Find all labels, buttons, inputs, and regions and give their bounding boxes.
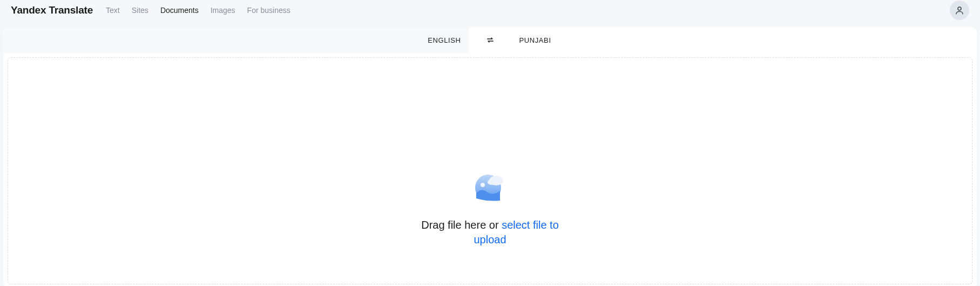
nav-for-business[interactable]: For business bbox=[247, 6, 290, 15]
source-language-area: ENGLISH bbox=[3, 27, 469, 53]
swap-icon bbox=[486, 36, 495, 44]
user-avatar-button[interactable] bbox=[950, 1, 969, 20]
swap-languages-button[interactable] bbox=[483, 32, 498, 48]
target-language-select[interactable]: PUNJABI bbox=[519, 36, 551, 44]
logo[interactable]: Yandex Translate bbox=[11, 4, 93, 16]
header-bar: Yandex Translate Text Sites Documents Im… bbox=[0, 0, 980, 21]
document-illustration-icon bbox=[473, 171, 508, 202]
nav-documents[interactable]: Documents bbox=[160, 6, 199, 15]
main-panel: ENGLISH PUNJABI bbox=[3, 27, 977, 286]
nav-images[interactable]: Images bbox=[211, 6, 235, 15]
target-language-area: PUNJABI bbox=[512, 27, 977, 53]
swap-container bbox=[479, 27, 501, 53]
svg-point-4 bbox=[481, 183, 485, 187]
dropzone-text-prefix: Drag file here or bbox=[421, 219, 502, 231]
user-icon bbox=[955, 5, 964, 15]
source-language-select[interactable]: ENGLISH bbox=[428, 36, 461, 44]
language-bar: ENGLISH PUNJABI bbox=[3, 27, 977, 53]
svg-point-0 bbox=[958, 7, 961, 10]
top-nav: Text Sites Documents Images For business bbox=[106, 6, 290, 15]
dropzone-text: Drag file here or select file to upload bbox=[404, 218, 577, 247]
file-dropzone[interactable]: Drag file here or select file to upload bbox=[8, 57, 972, 284]
nav-sites[interactable]: Sites bbox=[132, 6, 148, 15]
nav-text[interactable]: Text bbox=[106, 6, 120, 15]
svg-point-3 bbox=[488, 179, 495, 185]
